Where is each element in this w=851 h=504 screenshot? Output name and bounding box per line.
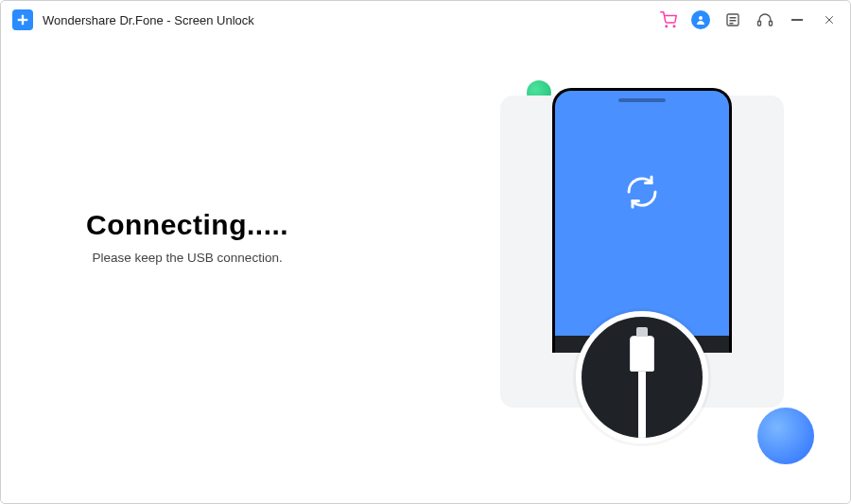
titlebar: Wondershare Dr.Fone - Screen Unlock: [1, 1, 850, 39]
svg-point-2: [666, 26, 668, 27]
app-window: Wondershare Dr.Fone - Screen Unlock: [0, 0, 851, 504]
sync-icon: [621, 171, 663, 213]
svg-point-4: [699, 16, 703, 20]
illustration-card: [500, 96, 784, 408]
svg-rect-10: [770, 22, 773, 26]
phone-speaker-icon: [618, 98, 666, 102]
content-area: Connecting..... Please keep the USB conn…: [1, 39, 850, 503]
svg-rect-9: [758, 22, 761, 26]
connecting-subtitle: Please keep the USB connection.: [86, 251, 288, 265]
decorative-blue-dot: [757, 408, 814, 464]
window-title: Wondershare Dr.Fone - Screen Unlock: [43, 13, 254, 27]
svg-rect-1: [18, 19, 28, 21]
usb-connector: [630, 336, 654, 372]
minimize-icon: [791, 19, 803, 21]
feedback-button[interactable]: [723, 10, 742, 29]
support-button[interactable]: [755, 10, 774, 29]
minimize-button[interactable]: [788, 10, 807, 29]
svg-point-3: [673, 26, 675, 27]
usb-cable: [638, 372, 646, 443]
status-text-block: Connecting..... Please keep the USB conn…: [86, 209, 288, 265]
cart-button[interactable]: [659, 10, 678, 29]
close-button[interactable]: [820, 10, 839, 29]
connecting-heading: Connecting.....: [86, 209, 288, 241]
usb-plug-circle: [576, 311, 708, 443]
usb-plug-icon: [630, 336, 654, 443]
usb-tip: [636, 327, 648, 337]
titlebar-actions: [659, 10, 839, 29]
account-button[interactable]: [691, 10, 710, 29]
app-logo-icon: [12, 9, 33, 30]
